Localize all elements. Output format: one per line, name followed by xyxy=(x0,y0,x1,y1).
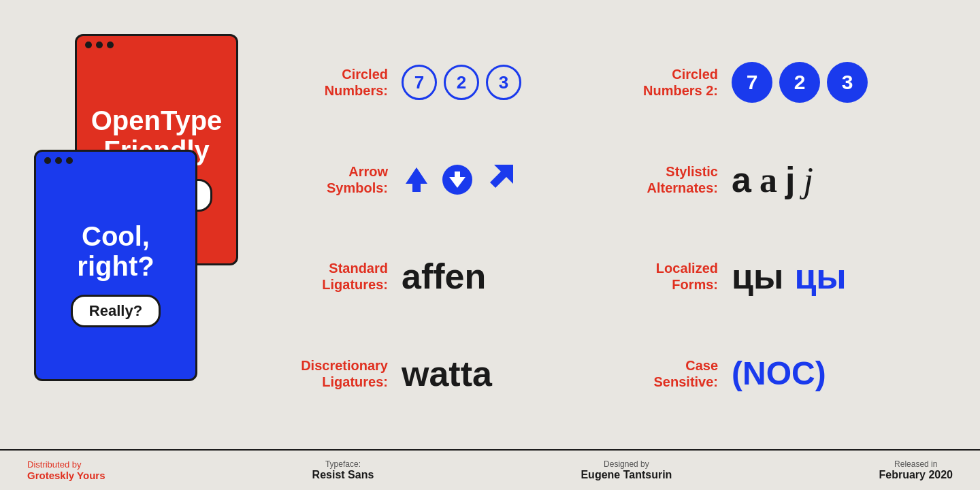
browser-front-titlebar xyxy=(36,152,195,169)
circled-numbers-label: CircledNumbers: xyxy=(293,66,388,99)
case-sensitive-cell: CaseSensitive: (NOC) xyxy=(609,325,939,423)
circled-num-2: 2 xyxy=(444,65,479,100)
case-sensitive-label: CaseSensitive: xyxy=(623,357,718,390)
circled-numbers-cell: CircledNumbers: 7 2 3 xyxy=(279,34,609,131)
browser-front-title: Cool,right? xyxy=(77,221,154,281)
dot-3 xyxy=(107,42,114,48)
localized-forms-value: цы цы xyxy=(732,256,847,297)
circled-num-3: 3 xyxy=(486,65,521,100)
standard-ligatures-value: affen xyxy=(402,256,486,297)
standard-ligatures-label: StandardLigatures: xyxy=(293,260,388,293)
footer: Distributed by Groteskly Yours Typeface:… xyxy=(0,449,980,490)
standard-ligatures-cell: StandardLigatures: affen xyxy=(279,228,609,325)
dot-1 xyxy=(85,42,92,48)
dot-5 xyxy=(55,157,62,164)
circled-numbers2-cell: CircledNumbers 2: 7 2 3 xyxy=(609,34,939,131)
circled-filled-3: 3 xyxy=(827,62,868,103)
footer-typeface-name: Resist Sans xyxy=(312,469,374,481)
stylistic-alternates-value: a a j j xyxy=(732,159,813,200)
browser-front: Cool,right? Really? xyxy=(34,150,197,381)
circled-numbers-value: 7 2 3 xyxy=(402,65,521,100)
footer-distributed-label: Distributed by xyxy=(27,459,105,470)
footer-distributed: Distributed by Groteskly Yours xyxy=(27,459,105,481)
right-section: CircledNumbers: 7 2 3 CircledNumbers 2: … xyxy=(252,20,953,436)
footer-released: Released in February 2020 xyxy=(879,459,953,481)
dot-2 xyxy=(96,42,103,48)
stylistic-a-alt: a xyxy=(760,160,777,200)
footer-distributed-name: Groteskly Yours xyxy=(27,470,105,481)
circled-num-7: 7 xyxy=(402,65,437,100)
arrow-down-circle-icon xyxy=(441,163,474,196)
footer-designed: Designed by Eugene Tantsurin xyxy=(581,459,672,481)
arrow-symbols-cell: ArrowSymbols: xyxy=(279,131,609,229)
footer-typeface: Typeface: Resist Sans xyxy=(312,459,374,481)
stylistic-a-normal: a xyxy=(732,159,751,200)
svg-marker-0 xyxy=(406,167,427,192)
dot-6 xyxy=(66,157,73,164)
left-section: OpenTypeFriendly Awesome! Cool,right? Re… xyxy=(20,20,252,436)
footer-typeface-label: Typeface: xyxy=(312,459,374,469)
svg-marker-3 xyxy=(490,165,513,188)
stylistic-alternates-label: StylisticAlternates: xyxy=(623,163,718,196)
arrow-symbols-value xyxy=(402,163,513,196)
discretionary-ligatures-value: watta xyxy=(402,353,492,394)
dot-4 xyxy=(44,157,51,164)
arrow-symbols-label: ArrowSymbols: xyxy=(293,163,388,196)
cyrillic-black-text: цы xyxy=(732,256,783,297)
discretionary-ligatures-label: DiscretionaryLigatures: xyxy=(293,357,388,390)
arrow-diagonal-icon xyxy=(483,165,513,195)
localized-forms-label: LocalizedForms: xyxy=(623,260,718,293)
localized-forms-cell: LocalizedForms: цы цы xyxy=(609,228,939,325)
discretionary-ligatures-cell: DiscretionaryLigatures: watta xyxy=(279,325,609,423)
circled-numbers2-label: CircledNumbers 2: xyxy=(623,66,718,99)
arrow-up-icon xyxy=(402,165,431,195)
circled-numbers2-value: 7 2 3 xyxy=(732,62,868,103)
main-container: OpenTypeFriendly Awesome! Cool,right? Re… xyxy=(0,0,980,449)
case-sensitive-value: (NOC) xyxy=(732,355,826,392)
stylistic-j-alt: j xyxy=(803,160,813,200)
circled-filled-2: 2 xyxy=(779,62,820,103)
footer-released-label: Released in xyxy=(879,459,953,469)
browser-front-button[interactable]: Really? xyxy=(71,295,161,327)
cyrillic-blue-text: цы xyxy=(794,256,846,297)
stylistic-j-normal: j xyxy=(785,159,795,200)
stylistic-alternates-cell: StylisticAlternates: a a j j xyxy=(609,131,939,229)
browser-front-content: Cool,right? Really? xyxy=(36,169,195,379)
footer-designed-label: Designed by xyxy=(581,459,672,469)
circled-filled-7: 7 xyxy=(732,62,772,103)
browser-back-titlebar xyxy=(77,36,236,54)
footer-designed-name: Eugene Tantsurin xyxy=(581,469,672,481)
footer-released-name: February 2020 xyxy=(879,469,953,481)
